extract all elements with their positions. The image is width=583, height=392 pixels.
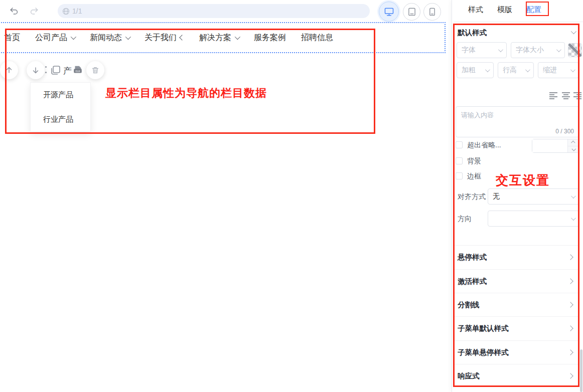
- redo-button[interactable]: [28, 5, 40, 17]
- arrow-up-icon: [5, 66, 13, 74]
- undo-button[interactable]: [8, 5, 20, 17]
- trash-icon: [91, 66, 99, 74]
- submenu-dropdown: 开源产品 行业产品: [30, 82, 91, 132]
- nav-item-home[interactable]: 首页: [4, 33, 20, 43]
- submenu-item-industry[interactable]: 行业产品: [31, 107, 90, 132]
- move-up-button[interactable]: [0, 61, 18, 79]
- device-tablet-button[interactable]: [403, 3, 420, 21]
- align-right-icon: [573, 92, 582, 100]
- nav-item-solutions[interactable]: 解决方案: [199, 33, 239, 43]
- align-mode-label: 对齐方式: [458, 192, 486, 202]
- device-desktop-button[interactable]: [379, 2, 399, 22]
- nav-item-cases[interactable]: 服务案例: [254, 33, 286, 43]
- border-checkbox-label: 边框: [467, 172, 481, 181]
- char-counter: 0 / 300: [555, 128, 574, 135]
- move-down-button[interactable]: [27, 61, 45, 79]
- ellipsis-count-stepper: [532, 139, 579, 153]
- drag-handle-dots-icon[interactable]: [45, 66, 47, 73]
- border-checkbox[interactable]: [456, 172, 463, 179]
- align-left-icon: [549, 92, 558, 100]
- nav-item-products[interactable]: 公司产品: [35, 33, 75, 43]
- align-mode-select[interactable]: 无: [488, 188, 579, 205]
- section-submenu-default-style[interactable]: 子菜单默认样式: [454, 316, 579, 340]
- content-input-wrap: 0 / 300: [456, 106, 579, 137]
- editor-window: 1/1 首页 公司产品 新闻动态 关于我们 解决方案 服务案例 招聘信息: [0, 0, 583, 392]
- align-center-button[interactable]: [561, 91, 571, 100]
- nav-item-about[interactable]: 关于我们: [144, 33, 184, 43]
- align-center-icon: [561, 92, 570, 100]
- stepper-down-button[interactable]: [568, 146, 578, 153]
- chevron-down-icon: [525, 67, 530, 72]
- indent-select[interactable]: 缩进: [538, 62, 579, 78]
- align-left-button[interactable]: [548, 91, 558, 100]
- copy-button[interactable]: [49, 63, 63, 77]
- device-mobile-button[interactable]: [423, 3, 441, 21]
- ellipsis-checkbox[interactable]: [456, 141, 463, 148]
- tab-style[interactable]: 样式: [468, 5, 483, 15]
- section-submenu-hover-style[interactable]: 子菜单悬停样式: [454, 340, 579, 364]
- annotation-text-interaction: 交互设置: [496, 172, 550, 188]
- redo-icon: [30, 7, 39, 16]
- globe-icon: [62, 8, 70, 15]
- background-checkbox-label: 背景: [467, 157, 481, 166]
- font-size-select[interactable]: 字体大小: [511, 42, 565, 58]
- chevron-down-icon: [571, 216, 576, 221]
- ellipsis-checkbox-label: 超出省略...: [467, 141, 501, 150]
- default-style-title: 默认样式: [458, 28, 487, 38]
- chevron-down-icon: [570, 67, 575, 72]
- submenu-item-opensource[interactable]: 开源产品: [31, 83, 90, 107]
- panel-tabs: 样式 模版 配置: [468, 5, 541, 15]
- background-checkbox[interactable]: [456, 157, 463, 164]
- annotation-text-nav: 显示栏目属性为导航的栏目数据: [105, 86, 267, 101]
- nav-item-news[interactable]: 新闻动态: [90, 33, 129, 43]
- chevron-down-icon: [498, 47, 503, 52]
- undo-icon: [10, 7, 19, 16]
- export-print-button[interactable]: [72, 64, 84, 76]
- section-hover-style[interactable]: 悬停样式: [454, 245, 579, 269]
- nav-item-jobs[interactable]: 招聘信息: [301, 33, 333, 43]
- covered-text-glyph: 产: [63, 65, 72, 77]
- tablet-icon: [408, 8, 416, 16]
- chevron-right-icon: [567, 278, 573, 284]
- nav-menu: 首页 公司产品 新闻动态 关于我们 解决方案 服务案例 招聘信息: [4, 22, 333, 53]
- chevron-left-icon: [179, 35, 185, 40]
- chevron-right-icon: [567, 349, 573, 355]
- printer-icon: [72, 65, 83, 76]
- direction-label: 方向: [458, 215, 472, 224]
- align-right-button[interactable]: [572, 91, 582, 100]
- direction-select[interactable]: [488, 211, 579, 227]
- section-divider-line[interactable]: 分割线: [454, 293, 579, 316]
- page-indicator-bar[interactable]: 1/1: [58, 4, 370, 18]
- bold-select[interactable]: 加粗: [457, 62, 494, 78]
- desktop-icon: [384, 8, 394, 16]
- page-indicator-text: 1/1: [72, 7, 82, 15]
- stepper-up-button[interactable]: [568, 139, 578, 146]
- font-color-picker[interactable]: [568, 43, 582, 57]
- tab-template[interactable]: 模版: [497, 5, 512, 15]
- chevron-right-icon: [567, 325, 573, 331]
- tab-config[interactable]: 配置: [526, 5, 541, 15]
- arrow-down-icon: [32, 66, 40, 74]
- chevron-down-icon: [485, 67, 490, 72]
- chevron-down-icon: [556, 47, 561, 52]
- mobile-icon: [429, 8, 435, 16]
- ellipsis-count-input[interactable]: [532, 139, 567, 152]
- tabs-divider: [454, 22, 583, 22]
- chevron-right-icon: [567, 254, 573, 260]
- chevron-down-icon: [235, 34, 240, 40]
- font-family-select[interactable]: 字体: [457, 42, 507, 58]
- chevron-right-icon: [567, 373, 573, 378]
- chevron-down-icon: [571, 193, 576, 199]
- chevron-down-icon: [125, 34, 131, 40]
- delete-button[interactable]: [86, 61, 104, 79]
- line-height-select[interactable]: 行高: [498, 62, 534, 78]
- section-active-style[interactable]: 激活样式: [454, 269, 579, 293]
- chevron-right-icon: [567, 302, 573, 307]
- copy-icon: [50, 64, 62, 76]
- panel-scrollbar[interactable]: [580, 349, 582, 392]
- chevron-down-icon: [71, 34, 76, 40]
- section-responsive[interactable]: 响应式: [454, 364, 579, 387]
